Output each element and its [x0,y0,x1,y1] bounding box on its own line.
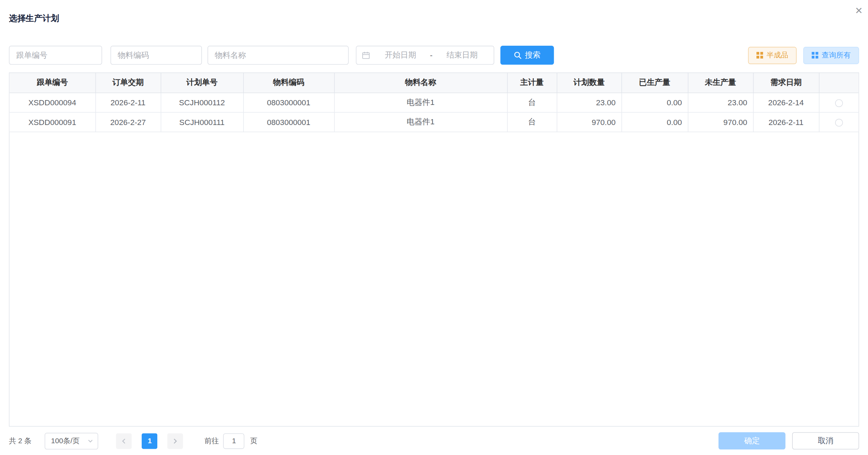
col-produced-qty: 已生产量 [621,73,688,92]
goto-page-input[interactable] [223,433,245,449]
cell-plan-no: SCJH000111 [161,112,243,132]
chevron-down-icon [88,438,94,444]
next-page-button[interactable] [168,433,183,449]
col-plan-qty: 计划数量 [557,73,621,92]
date-start-placeholder: 开始日期 [374,50,427,60]
search-icon [514,51,522,59]
calendar-icon [362,51,370,59]
page-number-button[interactable]: 1 [142,433,158,449]
col-order-no: 跟单编号 [9,73,95,92]
footer-bar: 共 2 条 100条/页 1 前往 页 确定 取消 [0,427,868,455]
cell-plan-qty: 970.00 [557,112,621,132]
cell-plan-no: SCJH000112 [161,92,243,112]
cell-material-code: 0803000001 [243,92,334,112]
grid-icon [756,52,763,59]
cancel-button[interactable]: 取消 [792,432,859,449]
cell-order-no: XSDD000091 [9,112,95,132]
page-size-select[interactable]: 100条/页 [45,432,99,449]
chevron-right-icon [172,438,178,444]
col-unproduced-qty: 未生产量 [688,73,753,92]
cell-plan-qty: 23.00 [557,92,621,112]
date-end-placeholder: 结束日期 [436,50,488,60]
filter-bar: 开始日期 - 结束日期 搜索 半成品 查询所有 [0,46,868,65]
col-demand-date: 需求日期 [753,73,819,92]
table-row[interactable]: XSDD000094 2026-2-11 SCJH000112 08030000… [9,92,858,112]
date-separator: - [427,51,436,60]
pagination-total: 共 2 条 [9,436,32,446]
page-unit-label: 页 [250,436,257,446]
col-material-code: 物料编码 [243,73,334,92]
col-material-name: 物料名称 [334,73,507,92]
row-radio[interactable] [835,99,843,107]
cell-produced-qty: 0.00 [621,112,688,132]
cell-demand-date: 2026-2-14 [753,92,819,112]
close-icon[interactable]: × [855,5,862,17]
cell-order-no: XSDD000094 [9,92,95,112]
col-select [819,73,858,92]
query-all-label: 查询所有 [822,50,851,60]
cell-unit: 台 [507,112,557,132]
cell-select [819,92,858,112]
material-code-input[interactable] [110,46,202,65]
select-production-plan-dialog: 选择生产计划 × 开始日期 - 结束日期 搜 [0,0,868,455]
cell-unproduced-qty: 970.00 [688,112,753,132]
date-range-picker[interactable]: 开始日期 - 结束日期 [356,46,494,65]
query-all-button[interactable]: 查询所有 [803,46,859,64]
grid-icon [812,52,818,59]
cell-produced-qty: 0.00 [621,92,688,112]
col-order-date: 订单交期 [95,73,160,92]
dialog-title: 选择生产计划 [9,14,59,23]
cell-material-code: 0803000001 [243,112,334,132]
col-plan-no: 计划单号 [161,73,243,92]
cell-material-name: 电器件1 [334,112,507,132]
chevron-left-icon [121,438,127,444]
semi-finished-label: 半成品 [767,50,788,60]
row-radio[interactable] [835,118,843,126]
page-size-value: 100条/页 [51,436,80,446]
cell-select [819,112,858,132]
cell-order-date: 2026-2-11 [95,92,160,112]
prev-page-button[interactable] [116,433,132,449]
cell-demand-date: 2026-2-11 [753,112,819,132]
search-button-label: 搜索 [525,50,541,60]
cell-unproduced-qty: 23.00 [688,92,753,112]
semi-finished-button[interactable]: 半成品 [748,46,797,64]
cell-order-date: 2026-2-27 [95,112,160,132]
col-unit: 主计量 [507,73,557,92]
material-name-input[interactable] [207,46,348,65]
table-row[interactable]: XSDD000091 2026-2-27 SCJH000111 08030000… [9,112,858,132]
table-header: 跟单编号 订单交期 计划单号 物料编码 物料名称 主计量 计划数量 已生产量 未… [9,73,858,92]
cell-material-name: 电器件1 [334,92,507,112]
order-no-input[interactable] [9,46,102,65]
goto-label: 前往 [204,436,219,446]
dialog-header: 选择生产计划 × [0,0,868,26]
cell-unit: 台 [507,92,557,112]
search-button[interactable]: 搜索 [501,46,554,65]
production-plan-table: 跟单编号 订单交期 计划单号 物料编码 物料名称 主计量 计划数量 已生产量 未… [9,72,859,427]
confirm-button[interactable]: 确定 [718,432,785,449]
